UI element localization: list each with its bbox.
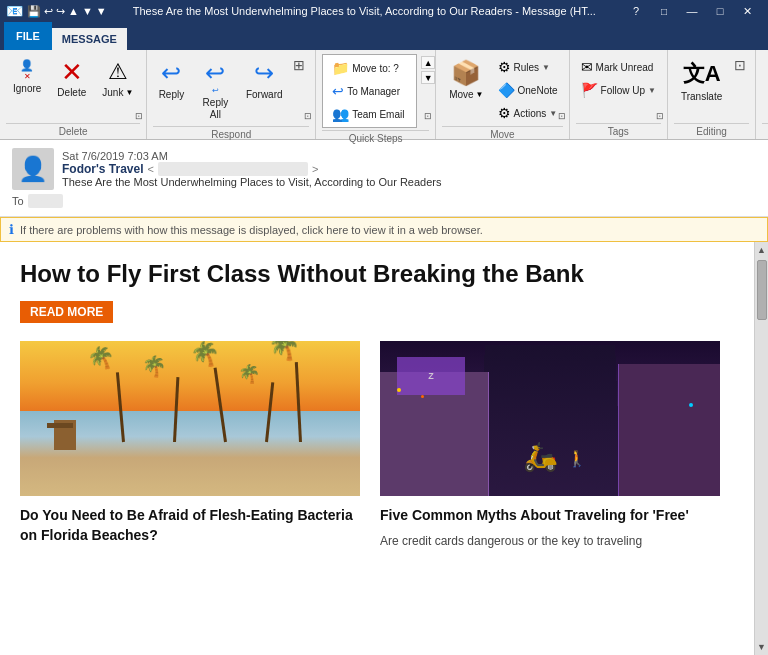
forward-button[interactable]: ↪ Forward bbox=[241, 54, 287, 104]
ribbon-section-zoom: 🔍 Zoom Zoom bbox=[756, 50, 768, 139]
more-icon[interactable]: ▼ bbox=[96, 5, 107, 17]
editing-more-icon: ⊡ bbox=[734, 57, 746, 73]
delete-section-label: Delete bbox=[6, 123, 140, 137]
move-buttons: 📦 Move ▼ ⚙ Rules ▼ 🔷 OneNote bbox=[442, 54, 562, 124]
junk-button[interactable]: ⚠ Junk ▼ bbox=[95, 54, 140, 102]
zoom-section-label: Zoom bbox=[762, 123, 768, 137]
editing-section-label: Editing bbox=[674, 123, 749, 137]
down-icon[interactable]: ▼ bbox=[82, 5, 93, 17]
article-2-title: Five Common Myths About Traveling for 'F… bbox=[380, 506, 720, 526]
quick-steps-expand-icon[interactable]: ⊡ bbox=[424, 111, 432, 121]
zoom-button[interactable]: 🔍 Zoom bbox=[762, 54, 768, 107]
to-label: To bbox=[12, 195, 24, 207]
info-banner[interactable]: ℹ If there are problems with how this me… bbox=[0, 217, 768, 242]
quick-steps-section-label: Quick Steps bbox=[322, 130, 429, 144]
email-from-email-close: > bbox=[312, 163, 318, 175]
redo-icon[interactable]: ↪ bbox=[56, 5, 65, 18]
ribbon-section-delete: 👤 ✕ Ignore ✕ Delete ⚠ Junk bbox=[0, 50, 147, 139]
email-body-inner: How to Fly First Class Without Breaking … bbox=[20, 258, 720, 551]
reply-icon: ↩ bbox=[161, 59, 181, 87]
title-bar-icons: 💾 ↩ ↪ ▲ ▼ ▼ bbox=[27, 5, 107, 18]
email-meta: 👤 Sat 7/6/2019 7:03 AM Fodor's Travel < … bbox=[12, 148, 756, 190]
ignore-button[interactable]: 👤 ✕ Ignore bbox=[6, 54, 48, 98]
articles-grid: 🌴 🌴 🌴 🌴 bbox=[20, 341, 720, 551]
ribbon-tabs: FILE MESSAGE bbox=[0, 22, 768, 50]
minimize-button[interactable]: — bbox=[678, 0, 706, 22]
email-from-row: Fodor's Travel < xxxxxxxxxxxxxxxxxxxx > bbox=[62, 162, 756, 176]
team-email-button[interactable]: 👥 Team Email bbox=[327, 103, 412, 125]
delete-button[interactable]: ✕ Delete bbox=[50, 54, 93, 102]
forward-icon: ↪ bbox=[254, 59, 274, 87]
quick-steps-up[interactable]: ▲ bbox=[421, 56, 435, 69]
save-icon[interactable]: 💾 bbox=[27, 5, 41, 18]
article-1-title: Do You Need to Be Afraid of Flesh-Eating… bbox=[20, 506, 360, 545]
onenote-button[interactable]: 🔷 OneNote bbox=[493, 79, 563, 101]
email-body: How to Fly First Class Without Breaking … bbox=[0, 242, 754, 655]
follow-up-icon: 🚩 bbox=[581, 82, 598, 98]
undo-icon[interactable]: ↩ bbox=[44, 5, 53, 18]
tags-buttons: ✉ Mark Unread 🚩 Follow Up ▼ bbox=[576, 54, 661, 121]
rules-icon: ⚙ bbox=[498, 59, 511, 75]
reply-all-icon: ↩ bbox=[205, 59, 225, 87]
mark-unread-icon: ✉ bbox=[581, 59, 593, 75]
translate-button[interactable]: 文A Translate bbox=[674, 54, 729, 106]
respond-expand-icon[interactable]: ⊡ bbox=[304, 111, 312, 121]
ignore-icon: 👤 bbox=[20, 59, 34, 72]
close-button[interactable]: ✕ bbox=[734, 0, 762, 22]
junk-arrow: ▼ bbox=[125, 88, 133, 97]
move-button[interactable]: 📦 Move ▼ bbox=[442, 54, 490, 104]
quick-steps-down[interactable]: ▼ bbox=[421, 71, 435, 84]
move-expand-icon[interactable]: ⊡ bbox=[558, 111, 566, 121]
to-address: me bbox=[28, 194, 63, 208]
article-image-beach: 🌴 🌴 🌴 🌴 bbox=[20, 341, 360, 496]
delete-icon: ✕ bbox=[61, 59, 83, 85]
tab-message[interactable]: MESSAGE bbox=[52, 28, 127, 50]
mark-unread-button[interactable]: ✉ Mark Unread bbox=[576, 56, 661, 78]
rules-button[interactable]: ⚙ Rules ▼ bbox=[493, 56, 563, 78]
maximize-button[interactable]: □ bbox=[706, 0, 734, 22]
read-more-button[interactable]: READ MORE bbox=[20, 301, 113, 323]
article-card-1: 🌴 🌴 🌴 🌴 bbox=[20, 341, 360, 551]
tags-section-label: Tags bbox=[576, 123, 661, 137]
window-title: These Are the Most Underwhelming Places … bbox=[114, 5, 614, 17]
tags-expand-icon[interactable]: ⊡ bbox=[656, 111, 664, 121]
more-respond-icon: ⊞ bbox=[293, 57, 305, 73]
ribbon-toggle-button[interactable]: □ bbox=[650, 0, 678, 22]
respond-buttons: ↩ Reply ↩ ↩ Reply All ↪ Forward ⊞ bbox=[153, 54, 309, 124]
email-to-row: To me bbox=[12, 194, 756, 208]
to-manager-button[interactable]: ↩ To Manager bbox=[327, 80, 412, 102]
scroll-thumb[interactable] bbox=[757, 260, 767, 320]
delete-expand-icon[interactable]: ⊡ bbox=[135, 111, 143, 121]
to-manager-icon: ↩ bbox=[332, 83, 344, 99]
ignore-icon-x: ✕ bbox=[24, 72, 31, 81]
email-from: Fodor's Travel bbox=[62, 162, 144, 176]
onenote-icon: 🔷 bbox=[498, 82, 515, 98]
editing-more-button[interactable]: ⊡ bbox=[731, 54, 749, 76]
ribbon-section-move: 📦 Move ▼ ⚙ Rules ▼ 🔷 OneNote bbox=[436, 50, 569, 139]
more-respond-button[interactable]: ⊞ bbox=[289, 54, 309, 76]
move-section-label: Move bbox=[442, 126, 562, 140]
email-from-email: < bbox=[148, 163, 154, 175]
actions-icon: ⚙ bbox=[498, 105, 511, 121]
info-icon: ℹ bbox=[9, 222, 14, 237]
rules-arrow: ▼ bbox=[542, 63, 550, 72]
actions-button[interactable]: ⚙ Actions ▼ bbox=[493, 102, 563, 124]
scroll-down-button[interactable]: ▼ bbox=[754, 639, 768, 655]
follow-up-button[interactable]: 🚩 Follow Up ▼ bbox=[576, 79, 661, 101]
move-small-buttons: ⚙ Rules ▼ 🔷 OneNote ⚙ Actions ▼ bbox=[493, 54, 563, 124]
follow-up-arrow: ▼ bbox=[648, 86, 656, 95]
move-to-icon: 📁 bbox=[332, 60, 349, 76]
article-card-2: Z 🛵 🚶 bbox=[380, 341, 720, 551]
tab-file[interactable]: FILE bbox=[4, 22, 52, 50]
delete-buttons: 👤 ✕ Ignore ✕ Delete ⚠ Junk bbox=[6, 54, 140, 121]
title-bar: 📧 💾 ↩ ↪ ▲ ▼ ▼ These Are the Most Underwh… bbox=[0, 0, 768, 22]
move-icon: 📦 bbox=[451, 59, 481, 87]
move-to-button[interactable]: 📁 Move to: ? bbox=[327, 57, 412, 79]
scroll-up-button[interactable]: ▲ bbox=[754, 242, 768, 258]
reply-all-button[interactable]: ↩ ↩ Reply All bbox=[192, 54, 240, 124]
reply-button[interactable]: ↩ Reply bbox=[153, 54, 189, 104]
help-button[interactable]: ? bbox=[622, 0, 650, 22]
content-area: How to Fly First Class Without Breaking … bbox=[0, 242, 754, 655]
up-icon[interactable]: ▲ bbox=[68, 5, 79, 17]
scroll-track: ▲ ▼ bbox=[754, 242, 768, 655]
